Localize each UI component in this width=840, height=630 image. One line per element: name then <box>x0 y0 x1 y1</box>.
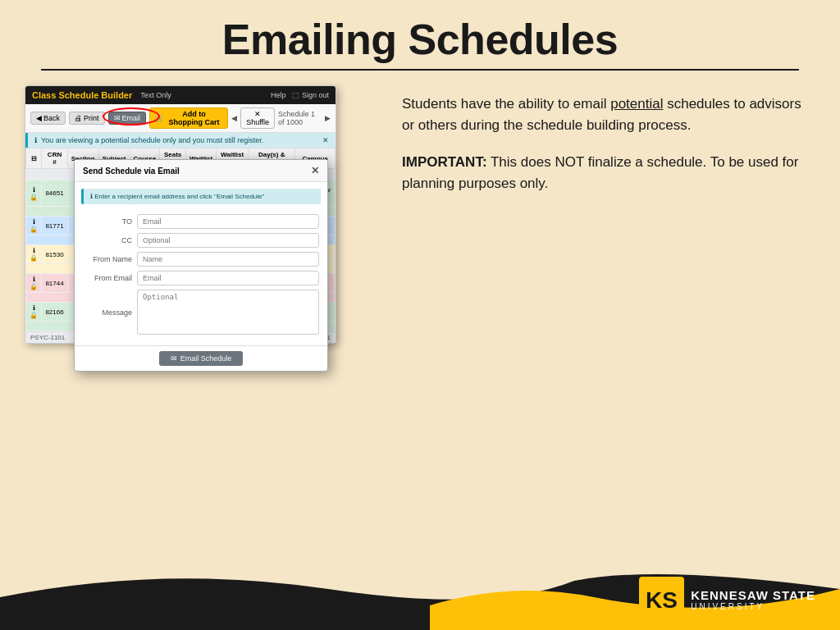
from-name-input[interactable] <box>137 252 319 267</box>
cc-label: CC <box>83 236 132 244</box>
csb-text-only: Text Only <box>140 91 171 99</box>
help-link[interactable]: Help <box>271 91 286 99</box>
shuffle-button[interactable]: ✕ Shuffle <box>240 107 275 129</box>
alert-text: You are viewing a potential schedule onl… <box>41 136 263 144</box>
schedule-info: ◀ ✕ Shuffle Schedule 1 of 1000 ▶ <box>231 107 331 129</box>
print-button[interactable]: 🖨 Print <box>69 112 105 125</box>
row-expand[interactable]: ℹ 🔒 <box>26 180 42 207</box>
cc-input[interactable] <box>137 233 319 248</box>
bottom-left: PSYC-1101 <box>30 334 65 341</box>
email-modal: Send Schedule via Email ✕ ℹ Enter a reci… <box>74 159 328 372</box>
csb-brand-title: Class Schedule Builder <box>32 90 132 100</box>
col-crn: CRN # <box>42 148 67 169</box>
main-content: Class Schedule Builder Text Only Help ⬚ … <box>0 85 840 559</box>
page-title: Emailing Schedules <box>0 0 840 69</box>
email-icon: ✉ <box>171 354 177 363</box>
info-icon: ℹ <box>34 136 37 144</box>
row-expand[interactable]: ℹ 🔒 <box>26 245 42 264</box>
from-email-row: From Email <box>83 271 319 285</box>
email-button[interactable]: ✉ Email <box>108 112 147 125</box>
ksu-university: UNIVERSITY <box>691 602 815 611</box>
schedule-counter: Schedule 1 of 1000 <box>278 110 322 126</box>
close-alert-icon[interactable]: ✕ <box>322 136 329 144</box>
message-row: Message <box>83 290 319 335</box>
crn-cell: 82166 <box>42 303 67 322</box>
crn-cell: 81530 <box>42 245 67 264</box>
back-button[interactable]: ◀ Back <box>30 112 66 125</box>
right-panel: Students have the ability to email poten… <box>386 85 815 559</box>
message-label: Message <box>83 308 132 317</box>
message-textarea[interactable] <box>137 290 319 335</box>
svg-text:KS: KS <box>646 587 678 613</box>
screenshot-area: Class Schedule Builder Text Only Help ⬚ … <box>25 85 369 559</box>
modal-alert: ℹ Enter a recipient email address and cl… <box>81 189 321 204</box>
modal-title: Send Schedule via Email <box>83 167 180 176</box>
modal-alert-text: Enter a recipient email address and clic… <box>94 193 264 200</box>
cc-row: CC <box>83 233 319 248</box>
email-schedule-button[interactable]: ✉ Email Schedule <box>159 351 244 366</box>
row-expand[interactable]: ℹ 🔒 <box>26 303 42 322</box>
to-row: TO <box>83 214 319 229</box>
csb-header: Class Schedule Builder Text Only Help ⬚ … <box>25 86 336 104</box>
paragraph-1: Students have the ability to email poten… <box>402 94 807 135</box>
from-name-label: From Name <box>83 255 132 263</box>
title-divider <box>41 69 799 71</box>
next-schedule[interactable]: ▶ <box>325 114 331 122</box>
add-to-cart-button[interactable]: 🛒 Add to Shopping Cart <box>149 107 228 129</box>
info-icon: ℹ <box>90 193 93 200</box>
from-email-label: From Email <box>83 274 132 282</box>
modal-header: Send Schedule via Email ✕ <box>75 160 327 182</box>
row-expand[interactable]: ℹ 🔒 <box>26 217 42 235</box>
csb-header-right: Help ⬚ Sign out <box>271 91 329 99</box>
ksu-text-block: KENNESAW STATE UNIVERSITY <box>691 588 815 611</box>
important-label: IMPORTANT: <box>402 154 487 170</box>
ksu-name: KENNESAW STATE <box>691 588 815 602</box>
row-expand[interactable]: ℹ 🔒 <box>26 274 42 293</box>
from-name-row: From Name <box>83 252 319 267</box>
csb-alert-bar: ℹ You are viewing a potential schedule o… <box>25 133 336 148</box>
modal-body: TO CC From Name From Email Message <box>75 211 327 345</box>
crn-cell: 84651 <box>42 180 67 207</box>
csb-toolbar: ◀ Back 🖨 Print ✉ Email 🛒 Add to Shopping… <box>25 104 336 133</box>
to-input[interactable] <box>137 214 319 229</box>
sign-out-link[interactable]: ⬚ Sign out <box>292 91 329 99</box>
col-expand: ⊟ <box>26 148 42 169</box>
to-label: TO <box>83 217 132 226</box>
paragraph-2: IMPORTANT: This does NOT finalize a sche… <box>402 152 807 194</box>
crn-cell: 81771 <box>42 217 67 235</box>
modal-footer: ✉ Email Schedule <box>75 345 327 371</box>
email-schedule-btn-label: Email Schedule <box>180 354 232 363</box>
ksu-emblem-icon: KS <box>639 577 684 622</box>
from-email-input[interactable] <box>137 271 319 285</box>
crn-cell: 81744 <box>42 274 67 293</box>
ksu-logo: KS KENNESAW STATE UNIVERSITY <box>639 577 815 622</box>
potential-word: potential <box>610 96 663 112</box>
prev-schedule[interactable]: ◀ <box>231 114 237 122</box>
modal-close-button[interactable]: ✕ <box>311 165 319 176</box>
